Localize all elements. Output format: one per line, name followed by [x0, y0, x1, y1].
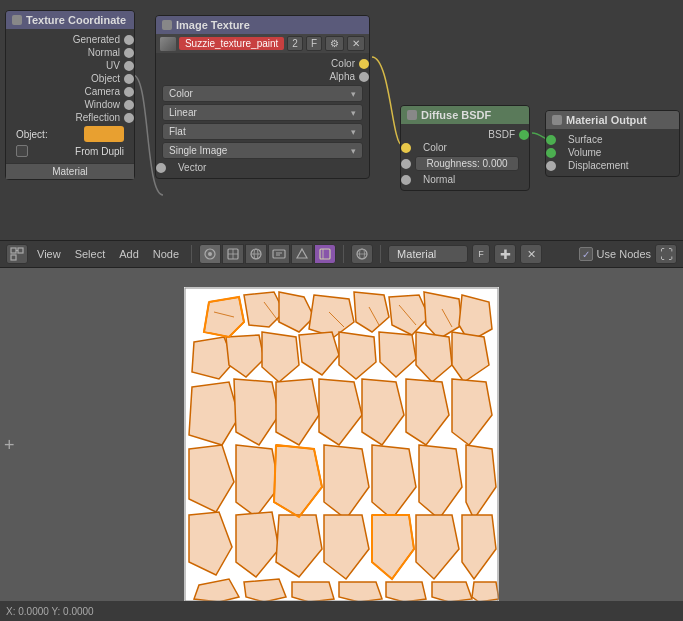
material-sphere-btn[interactable] [351, 244, 373, 264]
bsdf-socket[interactable] [519, 130, 529, 140]
texture-coord-title: Texture Coordinate [26, 14, 126, 26]
render-mode-btn-6[interactable] [314, 244, 336, 264]
texture-name-button[interactable]: Suzzie_texture_paint [179, 37, 284, 50]
vector-in-socket[interactable] [156, 163, 166, 173]
normal-in-socket[interactable] [401, 175, 411, 185]
render-mode-btn-1[interactable] [199, 244, 221, 264]
texture-coord-header: Texture Coordinate [6, 11, 134, 29]
add-menu[interactable]: Add [114, 246, 144, 262]
from-dupli-checkbox[interactable] [16, 145, 28, 157]
color-out-socket[interactable] [359, 59, 369, 69]
surface-socket[interactable] [546, 135, 556, 145]
svg-rect-16 [320, 249, 330, 259]
svg-point-5 [208, 252, 212, 256]
image-texture-header: Image Texture [156, 16, 369, 34]
color-space-arrow: ▾ [351, 89, 356, 99]
alpha-out-socket[interactable] [359, 72, 369, 82]
diffuse-title: Diffuse BSDF [421, 109, 491, 121]
toolbar-right: ✓ Use Nodes ⛶ [579, 244, 677, 264]
diff-color-socket[interactable] [401, 143, 411, 153]
image-texture-body: Color Alpha Color ▾ Linear ▾ Flat ▾ Sing… [156, 53, 369, 178]
diffuse-body: BSDF Color Roughness: 0.000 Normal [401, 124, 529, 190]
roughness-field[interactable]: Roughness: 0.000 [415, 156, 519, 171]
f-button[interactable]: F [306, 36, 322, 51]
node-menu[interactable]: Node [148, 246, 184, 262]
node-editor: Texture Coordinate Generated Normal UV O… [0, 0, 683, 240]
normal-in-row: Normal [407, 173, 523, 186]
bsdf-out-row: BSDF [407, 128, 523, 141]
render-mode-btn-5[interactable] [291, 244, 313, 264]
diffuse-icon [407, 110, 417, 120]
add-material-btn[interactable]: ✚ [494, 244, 516, 264]
socket-row-window: Window [12, 98, 128, 111]
socket-row-reflection: Reflection [12, 111, 128, 124]
object-icon-field[interactable] [84, 126, 124, 142]
interpolation-label: Linear [169, 107, 197, 118]
material-output-node: Material Output Surface Volume Displacem… [545, 110, 680, 177]
select-menu[interactable]: Select [70, 246, 111, 262]
alpha-out-label: Alpha [329, 71, 355, 82]
svg-marker-63 [386, 582, 426, 602]
displacement-label: Displacement [568, 160, 629, 171]
projection-arrow: ▾ [351, 127, 356, 137]
source-arrow: ▾ [351, 146, 356, 156]
toolbar-sep-2 [343, 245, 344, 263]
view-menu[interactable]: View [32, 246, 66, 262]
window-socket[interactable] [124, 100, 134, 110]
camera-socket[interactable] [124, 87, 134, 97]
object-row: Object: [12, 125, 128, 143]
camera-label: Camera [84, 86, 120, 97]
material-sphere-icon [355, 247, 369, 261]
surface-label: Surface [568, 134, 602, 145]
material-output-title: Material Output [566, 114, 647, 126]
diffuse-header: Diffuse BSDF [401, 106, 529, 124]
interpolation-arrow: ▾ [351, 108, 356, 118]
uv-socket[interactable] [124, 61, 134, 71]
vector-label: Vector [178, 162, 206, 173]
projection-label: Flat [169, 126, 186, 137]
img-close-btn[interactable]: ✕ [347, 36, 365, 51]
normal-socket[interactable] [124, 48, 134, 58]
reflection-socket[interactable] [124, 113, 134, 123]
displacement-socket[interactable] [546, 161, 556, 171]
color-space-label: Color [169, 88, 193, 99]
node-editor-icon [10, 247, 24, 261]
expand-btn[interactable]: ⛶ [655, 244, 677, 264]
object-socket[interactable] [124, 74, 134, 84]
render-icon-2 [226, 247, 240, 261]
use-nodes-label: Use Nodes [597, 248, 651, 260]
render-mode-btn-4[interactable] [268, 244, 290, 264]
img-settings-btn[interactable]: ⚙ [325, 36, 344, 51]
texture-coord-icon [12, 15, 22, 25]
image-texture-node: Image Texture Suzzie_texture_paint 2 F ⚙… [155, 15, 370, 179]
color-out-row: Color [162, 57, 363, 70]
projection-dropdown[interactable]: Flat ▾ [162, 123, 363, 140]
coord-display: X: 0.0000 Y: 0.0000 [6, 606, 94, 617]
color-space-dropdown[interactable]: Color ▾ [162, 85, 363, 102]
interpolation-dropdown[interactable]: Linear ▾ [162, 104, 363, 121]
node-editor-type-btn[interactable] [6, 244, 28, 264]
roughness-socket[interactable] [401, 159, 411, 169]
del-material-btn[interactable]: ✕ [520, 244, 542, 264]
socket-row-normal: Normal [12, 46, 128, 59]
render-mode-btn-3[interactable] [245, 244, 267, 264]
socket-row-generated: Generated [12, 33, 128, 46]
render-mode-btn-2[interactable] [222, 244, 244, 264]
svg-rect-0 [11, 248, 16, 253]
volume-label: Volume [568, 147, 601, 158]
svg-rect-1 [18, 248, 23, 253]
material-name-field[interactable]: Material [388, 245, 468, 263]
num-button[interactable]: 2 [287, 36, 303, 51]
generated-socket[interactable] [124, 35, 134, 45]
material-output-icon [552, 115, 562, 125]
use-nodes-checkbox[interactable]: ✓ [579, 247, 593, 261]
source-dropdown[interactable]: Single Image ▾ [162, 142, 363, 159]
f-plus-btn[interactable]: F [472, 244, 490, 264]
svg-marker-62 [339, 582, 382, 602]
texture-preview-bar: Suzzie_texture_paint 2 F ⚙ ✕ [156, 34, 369, 53]
volume-socket[interactable] [546, 148, 556, 158]
alpha-out-row: Alpha [162, 70, 363, 83]
image-texture-title: Image Texture [176, 19, 250, 31]
roughness-row: Roughness: 0.000 [407, 154, 523, 173]
render-icon-6 [318, 247, 332, 261]
